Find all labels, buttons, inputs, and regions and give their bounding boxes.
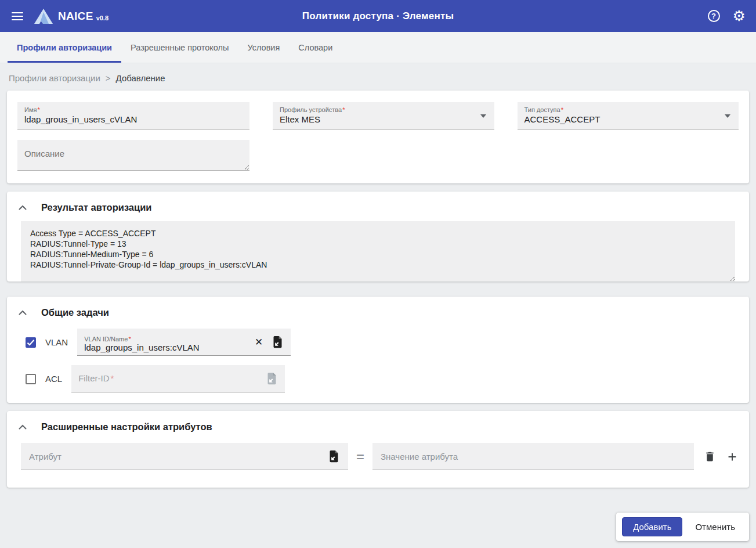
- equals-sign: =: [356, 449, 364, 465]
- required-asterisk: *: [37, 106, 39, 113]
- attribute-row: =: [7, 439, 749, 488]
- app-version: v0.8: [96, 15, 108, 21]
- page-title: Политики доступа · Элементы: [302, 10, 454, 22]
- acl-checkbox-label: ACL: [45, 374, 62, 384]
- collapse-chevron-icon[interactable]: [17, 204, 28, 211]
- attribute-picker-icon[interactable]: [268, 334, 287, 350]
- vlan-checkbox[interactable]: [26, 337, 36, 348]
- filter-id-input[interactable]: [78, 374, 262, 384]
- dropdown-arrow-icon: [480, 114, 486, 118]
- name-field: Имя*: [17, 102, 249, 129]
- app-logo-icon: [34, 8, 53, 24]
- name-input[interactable]: [24, 113, 243, 124]
- name-label: Имя: [24, 106, 37, 113]
- attribute-value-input[interactable]: [381, 452, 689, 462]
- device-profile-label: Профиль устройства: [280, 106, 342, 113]
- required-asterisk: *: [561, 106, 563, 113]
- collapse-chevron-icon[interactable]: [17, 309, 28, 316]
- settings-gear-icon[interactable]: ⚙: [733, 9, 746, 23]
- acl-filter-field: Filter-ID*: [71, 365, 285, 392]
- app-header: NAICE v0.8 Политики доступа · Элементы ?…: [0, 0, 756, 32]
- vlan-task-row: VLAN VLAN ID/Name* ✕: [7, 325, 749, 362]
- access-type-value: ACCESS_ACCEPT: [525, 113, 732, 124]
- access-type-label: Тип доступа: [525, 106, 560, 113]
- auth-result-textarea[interactable]: Access Type = ACCESS_ACCEPT RADIUS:Tunne…: [21, 221, 735, 282]
- cancel-button[interactable]: Отменить: [687, 518, 743, 536]
- help-icon[interactable]: ?: [708, 10, 720, 22]
- attribute-picker-icon[interactable]: [324, 449, 343, 464]
- access-type-select[interactable]: Тип доступа* ACCESS_ACCEPT: [518, 102, 739, 129]
- auth-result-title: Результат авторизации: [41, 202, 151, 213]
- tab-conditions[interactable]: Условия: [238, 32, 289, 63]
- advanced-attributes-title: Расширенные настройки атрибутов: [41, 421, 212, 432]
- vlan-id-field: VLAN ID/Name* ✕: [77, 329, 291, 356]
- attribute-input[interactable]: [29, 452, 324, 462]
- attribute-field: [21, 443, 348, 470]
- acl-task-row: ACL Filter-ID*: [7, 362, 749, 398]
- vlan-checkbox-label: VLAN: [45, 337, 68, 347]
- advanced-attributes-card: Расширенные настройки атрибутов =: [7, 411, 749, 488]
- submit-button[interactable]: Добавить: [622, 517, 682, 536]
- tab-allowed-protocols[interactable]: Разрешенные протоколы: [121, 32, 238, 63]
- description-textarea[interactable]: [17, 140, 249, 171]
- vlan-id-label: VLAN ID/Name: [84, 336, 128, 342]
- required-asterisk: *: [342, 106, 345, 113]
- breadcrumb-parent[interactable]: Профили авторизации: [9, 73, 100, 83]
- common-tasks-card: Общие задачи VLAN VLAN ID/Name* ✕: [7, 297, 749, 403]
- attribute-value-field: [372, 443, 694, 470]
- common-tasks-title: Общие задачи: [41, 307, 109, 318]
- breadcrumb: Профили авторизации > Добавление: [0, 63, 756, 91]
- profile-form-card: Имя* Профиль устройства* Eltex MES Тип д…: [7, 91, 749, 183]
- tab-auth-profiles[interactable]: Профили авторизации: [8, 32, 121, 63]
- clear-icon[interactable]: ✕: [249, 337, 268, 347]
- add-attribute-icon[interactable]: [726, 450, 739, 463]
- app-name: NAICE: [58, 10, 93, 23]
- vlan-id-input[interactable]: [84, 342, 249, 352]
- form-actions: Добавить Отменить: [616, 513, 749, 541]
- breadcrumb-current: Добавление: [116, 73, 165, 83]
- dropdown-arrow-icon: [725, 114, 730, 118]
- breadcrumb-separator: >: [106, 73, 111, 83]
- delete-icon[interactable]: [704, 450, 716, 463]
- menu-icon[interactable]: [10, 10, 24, 23]
- device-profile-value: Eltex MES: [280, 113, 487, 124]
- device-profile-select[interactable]: Профиль устройства* Eltex MES: [273, 102, 494, 129]
- required-asterisk: *: [128, 336, 131, 342]
- tab-bar: Профили авторизации Разрешенные протокол…: [0, 32, 756, 63]
- tab-dictionaries[interactable]: Словари: [289, 32, 342, 63]
- attribute-picker-icon: [262, 371, 281, 387]
- collapse-chevron-icon[interactable]: [17, 423, 28, 431]
- auth-result-card: Результат авторизации Access Type = ACCE…: [7, 192, 749, 282]
- acl-checkbox[interactable]: [26, 374, 36, 384]
